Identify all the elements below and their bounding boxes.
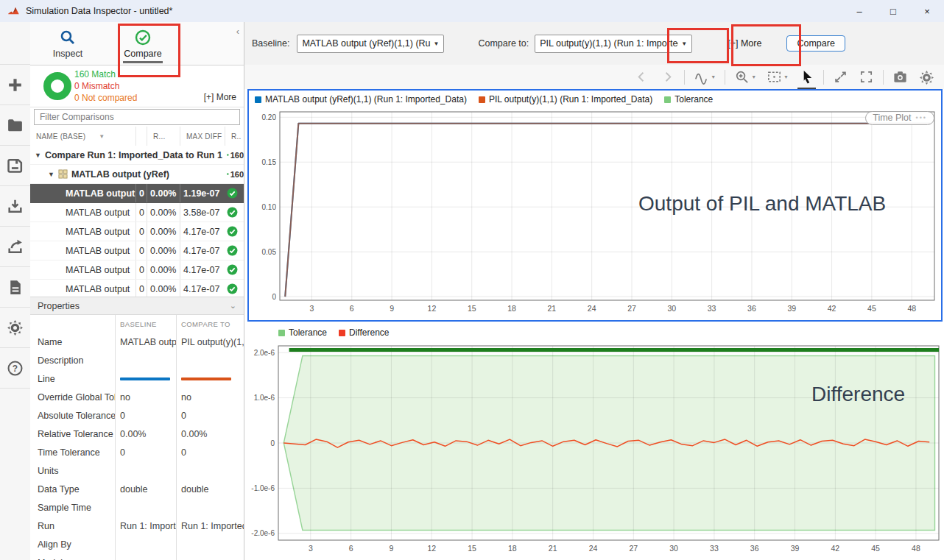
property-label: Line <box>30 374 115 384</box>
comparison-status: 160 Match 0 Mismatch 0 Not compared [+] … <box>30 65 244 107</box>
result-check-badge <box>225 283 244 294</box>
signal-comparison-row[interactable]: MATLAB output00.00%4.17e-07 <box>30 260 244 280</box>
pan-expand-icon[interactable] <box>831 68 850 86</box>
property-row: Sample Time <box>30 498 244 517</box>
comparison-table-header: NAME (BASE)▼ R... MAX DIFF R.. <box>30 127 244 146</box>
property-value-baseline[interactable]: double <box>115 480 176 498</box>
property-value-baseline[interactable] <box>115 351 176 369</box>
expand-caret-icon[interactable]: ▼ <box>35 152 41 159</box>
property-value-baseline[interactable] <box>115 498 176 517</box>
property-value-compare[interactable] <box>176 553 244 560</box>
svg-text:42: 42 <box>828 304 836 313</box>
tab-compare[interactable]: Compare <box>105 22 180 65</box>
compare-setup-bar: Baseline: MATLAB output (yRef)(1,1) (Run… <box>244 22 944 65</box>
compare-button[interactable]: Compare <box>786 35 845 52</box>
property-value-baseline[interactable]: 0 <box>115 443 176 461</box>
property-value-compare[interactable]: 0.00% <box>176 425 244 443</box>
signal-comparison-row[interactable]: MATLAB output00.00%4.17e-07 <box>30 241 244 260</box>
property-value-baseline[interactable]: 0.00% <box>115 425 176 443</box>
property-value-baseline[interactable]: 0 <box>115 406 176 425</box>
property-value-compare[interactable]: PIL output(y)(1,1) <box>176 333 244 351</box>
column-menu-icon[interactable]: ▼ <box>99 133 105 140</box>
property-value-baseline[interactable]: no <box>115 388 176 406</box>
tree-group-row[interactable]: ▼Compare Run 1: Imported_Data to Run 116… <box>30 146 244 165</box>
signal-comparison-row[interactable]: MATLAB output00.00%3.58e-07 <box>30 203 244 222</box>
maximize-button[interactable]: □ <box>876 0 910 22</box>
property-value-baseline[interactable] <box>115 461 176 480</box>
property-value-compare[interactable] <box>176 498 244 517</box>
time-plot-tag[interactable]: Time Plot ••• <box>865 111 934 125</box>
fullscreen-icon[interactable] <box>857 68 876 86</box>
column-max-diff[interactable]: MAX DIFF <box>180 127 225 146</box>
compare-to-dropdown[interactable]: PIL output(y)(1,1) (Run 1: Imported_Data… <box>535 35 692 53</box>
property-value-compare[interactable] <box>176 535 244 553</box>
fit-to-view-icon[interactable]: ▼ <box>765 68 790 86</box>
toolbar-separator <box>725 70 725 85</box>
more-options-button[interactable]: [+] More <box>722 35 767 52</box>
property-value-compare[interactable]: Run 1: Imported_Data <box>176 517 244 535</box>
preferences-button[interactable] <box>0 308 30 348</box>
snapshot-icon[interactable] <box>891 68 909 86</box>
property-value-compare[interactable]: double <box>176 480 244 498</box>
view-tabs: Inspect Compare ‹ <box>30 22 244 65</box>
import-button[interactable] <box>0 186 30 227</box>
property-label: Override Global Tolerance <box>30 392 115 403</box>
svg-text:6: 6 <box>349 544 353 553</box>
property-value-compare[interactable] <box>176 351 244 369</box>
status-more-link[interactable]: [+] More <box>204 92 236 102</box>
property-value-compare[interactable]: 0 <box>176 406 244 425</box>
next-view-icon[interactable] <box>658 68 677 86</box>
svg-text:3: 3 <box>310 304 314 313</box>
svg-text:36: 36 <box>747 304 756 313</box>
signal-cursor-icon[interactable]: ▼ <box>692 68 717 86</box>
property-value-baseline[interactable] <box>115 535 176 553</box>
column-result[interactable]: R.. <box>225 127 244 146</box>
filter-comparisons-input[interactable] <box>34 109 240 125</box>
search-icon <box>59 29 77 46</box>
close-button[interactable]: × <box>910 0 944 22</box>
property-label: Align By <box>30 539 115 550</box>
property-value-compare[interactable]: no <box>176 388 244 406</box>
expand-caret-icon[interactable]: ▼ <box>48 171 54 178</box>
signal-comparison-row[interactable]: MATLAB output00.00%1.19e-07 <box>30 184 244 203</box>
svg-text:0.15: 0.15 <box>262 158 277 166</box>
properties-header[interactable]: Properties ⌄ <box>30 297 244 315</box>
property-value-baseline[interactable] <box>115 369 176 388</box>
open-button[interactable] <box>0 105 30 146</box>
property-value-compare[interactable] <box>176 461 244 480</box>
help-button[interactable]: ? <box>0 348 30 389</box>
property-value-baseline[interactable] <box>115 553 176 560</box>
difference-plot-chart[interactable]: ToleranceDifference 36912151821242730333… <box>247 324 944 560</box>
column-name-base[interactable]: NAME (BASE)▼ <box>30 132 135 141</box>
property-value-compare[interactable] <box>176 369 244 388</box>
previous-view-icon[interactable] <box>633 68 651 86</box>
time-plot-menu-icon[interactable]: ••• <box>916 114 927 121</box>
left-toolbar-spacer <box>0 22 30 65</box>
collapse-panel-icon[interactable]: ‹ <box>236 26 239 36</box>
time-plot-canvas[interactable]: 3691215182124273033363942454800.050.100.… <box>249 108 940 319</box>
add-button[interactable] <box>0 65 30 105</box>
tree-group-row[interactable]: ▼MATLAB output (yRef)160 <box>30 165 244 184</box>
time-plot-chart[interactable]: MATLAB output (yRef)(1,1) (Run 1: Import… <box>247 89 943 322</box>
tab-inspect[interactable]: Inspect <box>30 22 105 65</box>
signal-comparison-row[interactable]: MATLAB output00.00%4.17e-07 <box>30 222 244 241</box>
property-value-compare[interactable]: 0 <box>176 443 244 461</box>
left-toolbar: ? <box>0 22 31 560</box>
difference-plot-canvas[interactable]: 36912151821242730333639424548-2.0e-6-1.0… <box>247 341 944 560</box>
report-button[interactable] <box>0 267 30 308</box>
minimize-button[interactable]: – <box>842 0 876 22</box>
column-abs-tol[interactable] <box>135 127 147 146</box>
zoom-in-icon[interactable]: ▼ <box>733 68 758 86</box>
baseline-dropdown[interactable]: MATLAB output (yRef)(1,1) (Run 1: Import… <box>297 35 444 53</box>
chart-settings-icon[interactable] <box>917 68 935 86</box>
result-check-badge: 160 <box>225 149 244 160</box>
property-value-baseline[interactable]: Run 1: Imported_Data <box>115 517 176 535</box>
column-rel-tol[interactable]: R... <box>147 127 180 146</box>
property-label: Sample Time <box>30 503 115 513</box>
export-button[interactable] <box>0 227 30 267</box>
pointer-icon[interactable] <box>797 68 816 86</box>
save-button[interactable] <box>0 146 30 186</box>
legend-swatch-icon <box>664 96 671 103</box>
result-check-badge <box>225 207 244 218</box>
property-value-baseline[interactable]: MATLAB output (yRef)(1,1) <box>115 333 176 351</box>
